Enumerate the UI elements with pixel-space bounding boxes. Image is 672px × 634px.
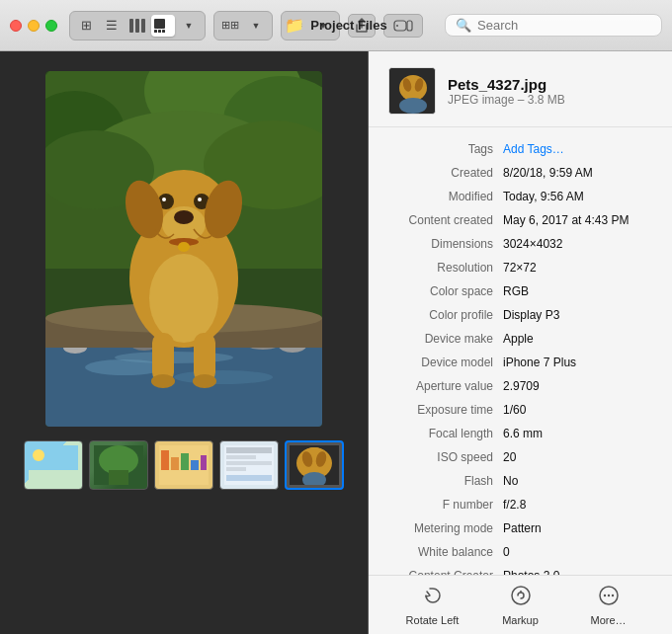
svg-point-22 (174, 370, 273, 384)
group-chevron-icon[interactable]: ▼ (244, 15, 268, 37)
svg-point-39 (162, 198, 166, 201)
more-label: More… (590, 614, 626, 626)
metering-value: Pattern (503, 519, 656, 537)
color-space-row: Color space RGB (384, 279, 656, 303)
metadata-section: Tags Add Tags… Created 8/20/18, 9:59 AM … (369, 127, 672, 575)
svg-rect-4 (154, 30, 157, 33)
created-label: Created (384, 164, 503, 182)
tags-value[interactable]: Add Tags… (503, 140, 656, 158)
white-balance-label: White balance (384, 543, 503, 561)
icon-view-btn[interactable]: ⊞ (74, 15, 98, 37)
file-type: JPEG image – 3.8 MB (448, 93, 565, 107)
svg-rect-62 (226, 447, 272, 453)
color-profile-row: Color profile Display P3 (384, 303, 656, 327)
thumbnail-5[interactable] (285, 440, 344, 490)
tags-row: Tags Add Tags… (384, 137, 656, 161)
tag-button[interactable] (383, 14, 423, 38)
dimensions-row: Dimensions 3024×4032 (384, 232, 656, 256)
fnumber-row: F number f/2.8 (384, 493, 656, 516)
flash-row: Flash No (384, 469, 656, 493)
group-by-btn[interactable]: ⊞⊞ (218, 15, 242, 37)
device-model-label: Device model (384, 354, 503, 371)
rotate-left-label: Rotate Left (406, 614, 460, 626)
content-creator-row: Content Creator Photos 2.0 (384, 564, 656, 575)
svg-point-78 (512, 587, 530, 604)
markup-icon (510, 585, 532, 611)
device-make-row: Device make Apple (384, 327, 656, 351)
svg-rect-6 (162, 30, 165, 33)
metering-label: Metering mode (384, 519, 503, 537)
view-switcher: ⊞ ☰ ▼ (69, 11, 206, 40)
svg-rect-9 (407, 21, 412, 31)
close-button[interactable] (10, 20, 22, 32)
list-view-btn[interactable]: ☰ (100, 15, 124, 37)
more-button[interactable]: More… (579, 585, 638, 626)
focal-row: Focal length 6.6 mm (384, 422, 656, 445)
file-info: Pets_4327.jpg JPEG image – 3.8 MB (448, 76, 565, 107)
markup-label: Markup (502, 614, 539, 626)
chevron-down-icon[interactable]: ▼ (177, 15, 201, 37)
svg-rect-2 (141, 19, 145, 33)
search-area: 🔍 (445, 14, 662, 37)
more-icon (598, 585, 620, 611)
iso-row: ISO speed 20 (384, 445, 656, 469)
thumbnail-3[interactable] (154, 440, 213, 490)
svg-rect-0 (129, 19, 133, 33)
svg-point-74 (399, 75, 427, 101)
color-profile-value: Display P3 (503, 306, 656, 324)
search-icon: 🔍 (456, 18, 471, 33)
rotate-left-button[interactable]: Rotate Left (403, 585, 462, 626)
maximize-button[interactable] (45, 20, 57, 32)
gallery-view-btn[interactable] (151, 15, 175, 37)
iso-label: ISO speed (384, 448, 503, 466)
focal-label: Focal length (384, 425, 503, 442)
created-row: Created 8/20/18, 9:59 AM (384, 161, 656, 185)
resolution-label: Resolution (384, 259, 503, 277)
content-created-row: Content created May 6, 2017 at 4:43 PM (384, 208, 656, 232)
svg-rect-54 (109, 470, 128, 485)
content-creator-label: Content Creator (384, 567, 503, 575)
title-bar: ⊞ ☰ ▼ ⊞⊞ ▼ ⚙ ▼ (0, 0, 672, 51)
svg-rect-7 (394, 21, 406, 31)
svg-rect-57 (171, 457, 179, 470)
thumbnail-1[interactable] (24, 440, 83, 490)
svg-point-46 (193, 374, 216, 388)
markup-button[interactable]: Markup (491, 585, 550, 626)
svg-rect-56 (161, 450, 169, 470)
right-info-panel: Pets_4327.jpg JPEG image – 3.8 MB Tags A… (369, 51, 672, 634)
svg-point-8 (396, 25, 398, 27)
file-name: Pets_4327.jpg (448, 76, 565, 93)
thumbnail-2[interactable] (89, 440, 148, 490)
svg-point-40 (198, 198, 202, 201)
minimize-button[interactable] (28, 20, 40, 32)
file-header: Pets_4327.jpg JPEG image – 3.8 MB (369, 51, 672, 127)
flash-label: Flash (384, 472, 503, 490)
svg-point-36 (174, 210, 194, 224)
fnumber-value: f/2.8 (503, 496, 656, 514)
tags-label: Tags (384, 140, 503, 158)
svg-rect-66 (226, 475, 272, 481)
thumbnail-4[interactable] (219, 440, 279, 490)
svg-rect-3 (154, 19, 165, 29)
window-title: Project Files (310, 18, 386, 33)
svg-point-48 (178, 242, 190, 252)
exposure-value: 1/60 (503, 401, 656, 419)
svg-rect-65 (226, 467, 246, 471)
modified-label: Modified (384, 188, 503, 205)
search-input[interactable] (477, 18, 651, 33)
flash-value: No (503, 472, 656, 490)
aperture-row: Aperture value 2.9709 (384, 374, 656, 398)
aperture-value: 2.9709 (503, 377, 656, 395)
svg-rect-50 (29, 470, 78, 485)
main-area: Pets_4327.jpg JPEG image – 3.8 MB Tags A… (0, 51, 672, 634)
rotate-left-icon (422, 585, 444, 611)
svg-rect-64 (226, 461, 272, 465)
focal-value: 6.6 mm (503, 425, 656, 442)
svg-point-33 (149, 254, 218, 343)
device-make-value: Apple (503, 330, 656, 348)
content-created-label: Content created (384, 211, 503, 229)
column-view-btn[interactable] (126, 15, 149, 37)
content-creator-value: Photos 2.0 (503, 567, 656, 575)
bottom-toolbar: Rotate Left Markup (369, 575, 672, 634)
dimensions-value: 3024×4032 (503, 235, 656, 253)
